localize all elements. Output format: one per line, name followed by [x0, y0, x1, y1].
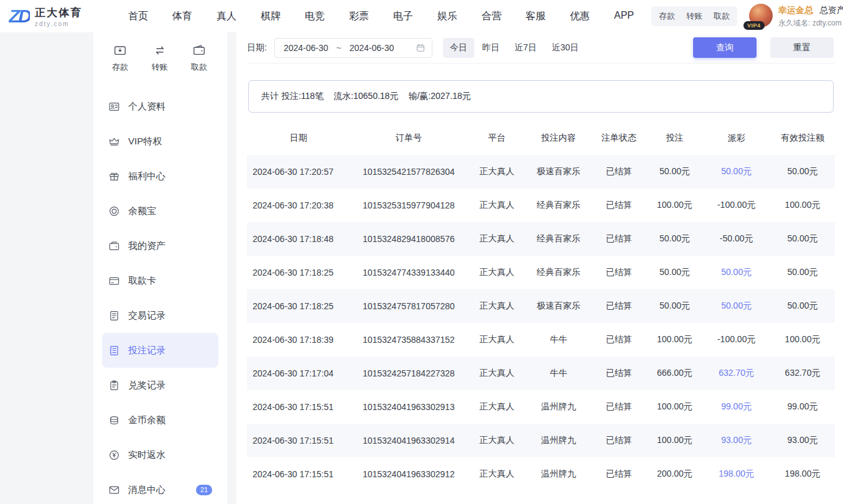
sidebar-item[interactable]: 消息中心 21	[102, 472, 218, 504]
cell-valid-bet: 50.00元	[770, 256, 835, 289]
wallet-action-button[interactable]: 转账	[681, 8, 708, 24]
sidebar-item[interactable]: 我的资产	[102, 228, 218, 263]
table-row: 2024-06-30 17:18:48 1015324829418008576 …	[247, 222, 835, 256]
wallet-action-button[interactable]: 取款	[708, 8, 735, 24]
nav-item[interactable]: 优惠	[570, 10, 590, 23]
cell-platform: 正大真人	[467, 256, 526, 289]
cell-status: 已结算	[591, 222, 647, 256]
cell-platform: 正大真人	[467, 424, 526, 457]
sidebar-item[interactable]: 交易记录	[102, 298, 218, 333]
cell-bet-amount: 50.00元	[647, 222, 703, 256]
redeem-icon	[108, 380, 120, 391]
cell-valid-bet: 50.00元	[770, 222, 835, 256]
sidebar-item[interactable]: 取款卡	[102, 263, 218, 298]
cell-order-no: 1015324735884337152	[350, 323, 467, 357]
sidebar-menu: 个人资料 VIP特权 福利中心 余额宝	[93, 89, 227, 504]
cell-bet-amount: 100.00元	[647, 390, 703, 424]
nav-item[interactable]: 电子	[393, 10, 413, 23]
sidebar-item-label: 实时返水	[128, 449, 165, 461]
cell-platform: 正大真人	[467, 323, 526, 357]
cell-bet-amount: 100.00元	[647, 323, 703, 357]
sidebar-quick-actions: 存款 转账 取款	[93, 44, 227, 73]
column-header: 注单状态	[591, 121, 647, 155]
main-content: 日期: 2024-06-30 ~ 2024-06-30 今日昨日近7日近30日 …	[236, 32, 843, 504]
quick-action-label: 转账	[152, 62, 168, 73]
wallet-actions: 存款转账取款	[651, 6, 737, 26]
cell-payout: 93.00元	[702, 424, 770, 457]
withdraw-icon	[192, 44, 206, 57]
sidebar-item[interactable]: 福利中心	[102, 159, 218, 194]
sidebar-item-label: VIP特权	[128, 136, 162, 147]
brand-logo[interactable]: ZD 正大体育 zdty.com	[9, 6, 119, 27]
cell-platform: 正大真人	[467, 222, 526, 256]
nav-item[interactable]: 彩票	[349, 10, 369, 23]
sidebar-item-label: 余额宝	[128, 205, 156, 217]
cell-platform: 正大真人	[467, 390, 526, 424]
sidebar-item[interactable]: 实时返水	[102, 437, 218, 472]
date-preset-button[interactable]: 近30日	[545, 38, 586, 58]
date-to-value[interactable]: 2024-06-30	[350, 43, 394, 53]
nav-item[interactable]: 电竞	[305, 10, 325, 23]
table-row: 2024-06-30 17:15:51 1015324041963302914 …	[247, 424, 835, 457]
cell-order-no: 1015324041963302912	[350, 457, 467, 491]
table-row: 2024-06-30 17:20:38 1015325315977904128 …	[247, 189, 835, 222]
summary-total-bets: 共计 投注:118笔	[261, 91, 324, 102]
nav-item[interactable]: 娱乐	[437, 10, 457, 23]
cell-order-no: 1015325421577826304	[350, 155, 467, 189]
date-from-value[interactable]: 2024-06-30	[284, 43, 328, 53]
cell-platform: 正大真人	[467, 189, 526, 222]
date-presets: 今日昨日近7日近30日	[443, 38, 585, 58]
summary-winloss: 输/赢:2027.18元	[408, 91, 470, 102]
table-row: 2024-06-30 17:18:25 1015324757817057280 …	[247, 289, 835, 323]
date-range-input[interactable]: 2024-06-30 ~ 2024-06-30	[274, 38, 432, 58]
cell-platform: 正大真人	[467, 357, 526, 390]
nav-item[interactable]: 棋牌	[261, 10, 281, 23]
nav-item[interactable]: 体育	[172, 10, 192, 23]
cell-date: 2024-06-30 17:15:51	[247, 390, 350, 424]
sidebar-item[interactable]: 投注记录	[102, 333, 218, 368]
quick-action[interactable]: 取款	[191, 44, 207, 73]
summary-turnover: 流水:10650.18元	[333, 91, 398, 102]
sidebar-item[interactable]: 个人资料	[102, 89, 218, 124]
nav-item[interactable]: 客服	[526, 10, 546, 23]
cell-bet-content: 经典百家乐	[526, 189, 591, 222]
cell-bet-content: 经典百家乐	[526, 222, 591, 256]
quick-action[interactable]: 存款	[112, 44, 128, 73]
sidebar-item[interactable]: VIP特权	[102, 124, 218, 159]
nav-item[interactable]: 首页	[128, 10, 148, 23]
cell-platform: 正大真人	[467, 289, 526, 323]
bet-records-table: 日期订单号平台投注内容注单状态投注派彩有效投注额 2024-06-30 17:2…	[247, 121, 835, 491]
bet-record-icon	[108, 345, 120, 357]
reset-button[interactable]: 重置	[770, 37, 834, 58]
nav-item[interactable]: 合营	[482, 10, 501, 23]
quick-action[interactable]: 转账	[152, 44, 168, 73]
cell-bet-content: 温州牌九	[526, 457, 591, 491]
date-preset-button[interactable]: 近7日	[508, 38, 544, 58]
nav-item[interactable]: APP	[614, 10, 634, 23]
username[interactable]: 幸运金总	[778, 5, 813, 16]
cell-bet-content: 温州牌九	[526, 424, 591, 457]
cell-status: 已结算	[591, 189, 647, 222]
cell-platform: 正大真人	[467, 457, 526, 491]
vip-crown-icon	[108, 136, 120, 147]
cell-payout: 50.00元	[702, 155, 770, 189]
brand-name: 正大体育	[35, 6, 82, 20]
cell-status: 已结算	[591, 323, 647, 357]
cell-order-no: 1015324041963302913	[350, 390, 467, 424]
cell-date: 2024-06-30 17:17:04	[247, 357, 350, 390]
cell-bet-content: 温州牌九	[526, 390, 591, 424]
date-preset-button[interactable]: 昨日	[475, 38, 506, 58]
column-header: 派彩	[702, 121, 770, 155]
sidebar-item-label: 个人资料	[128, 101, 165, 113]
cell-bet-content: 极速百家乐	[526, 155, 591, 189]
sidebar-item[interactable]: 兑奖记录	[102, 368, 218, 403]
cell-date: 2024-06-30 17:15:51	[247, 457, 350, 491]
cell-bet-amount: 200.00元	[647, 457, 703, 491]
sidebar-item[interactable]: 余额宝	[102, 194, 218, 228]
search-button[interactable]: 查询	[693, 37, 757, 58]
cell-payout: -100.00元	[702, 323, 770, 357]
sidebar-item[interactable]: 金币余额	[102, 403, 218, 437]
date-preset-button[interactable]: 今日	[443, 38, 474, 58]
wallet-action-button[interactable]: 存款	[653, 8, 681, 24]
nav-item[interactable]: 真人	[217, 10, 236, 23]
